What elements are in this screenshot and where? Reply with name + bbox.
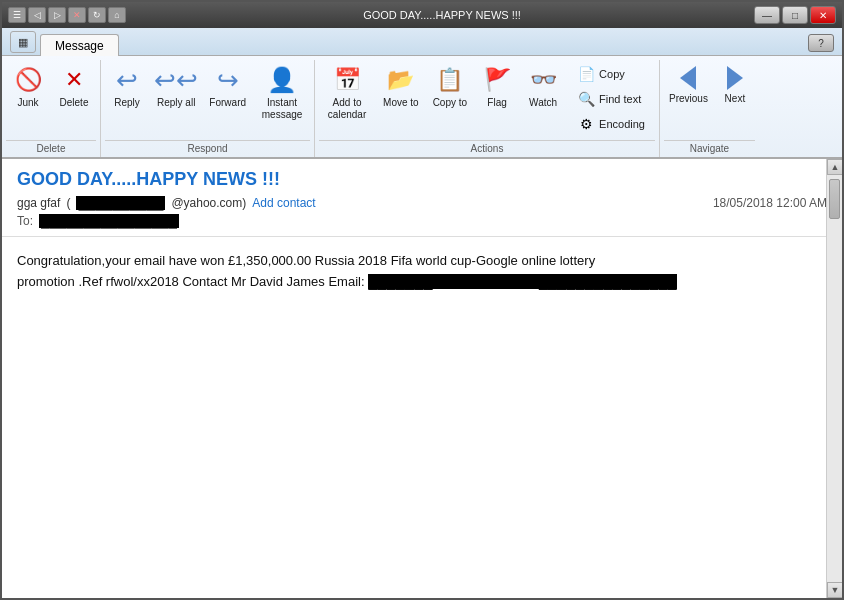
forward-icon: ↪ [212, 64, 244, 96]
ribbon-group-navigate: Previous Next Navigate [660, 60, 759, 157]
navigate-group-label: Navigate [664, 140, 755, 157]
add-to-calendar-label: Add to calendar [325, 97, 369, 121]
back-btn[interactable]: ◁ [28, 7, 46, 23]
email-body: Congratulation,your email have won £1,35… [2, 237, 842, 598]
watch-label: Watch [529, 97, 557, 109]
instant-message-icon: 👤 [266, 64, 298, 96]
delete-group-buttons: 🚫 Junk ✕ Delete [6, 60, 96, 140]
actions-group-label: Actions [319, 140, 655, 157]
encoding-label: Encoding [599, 118, 645, 130]
from-addr-open-paren: ( [66, 196, 70, 210]
find-text-button[interactable]: 🔍 Find text [571, 87, 651, 111]
scroll-up-button[interactable]: ▲ [827, 159, 842, 175]
next-icon [720, 63, 750, 93]
reply-icon: ↩ [111, 64, 143, 96]
home-btn[interactable]: ⌂ [108, 7, 126, 23]
scroll-track [827, 175, 842, 582]
ribbon-group-actions: 📅 Add to calendar 📂 Move to 📋 Copy to 🚩 … [315, 60, 660, 157]
reply-all-icon: ↩↩ [160, 64, 192, 96]
file-tab-icon[interactable]: ▦ [10, 31, 36, 53]
to-label: To: [17, 214, 33, 228]
previous-label: Previous [669, 93, 708, 104]
respond-group-label: Respond [105, 140, 310, 157]
copy-to-icon: 📋 [434, 64, 466, 96]
from-addr-redacted: ██████████ [76, 196, 165, 210]
copy-label: Copy [599, 68, 625, 80]
add-to-calendar-button[interactable]: 📅 Add to calendar [319, 60, 375, 125]
flag-button[interactable]: 🚩 Flag [475, 60, 519, 113]
email-to-row: To: ████████████████ [2, 212, 842, 230]
copy-to-label: Copy to [433, 97, 467, 109]
add-contact-link[interactable]: Add contact [252, 196, 315, 210]
watch-button[interactable]: 👓 Watch [521, 60, 565, 113]
instant-message-label: Instant message [260, 97, 304, 121]
window-title: GOOD DAY.....HAPPY NEWS !!! [134, 9, 750, 21]
junk-label: Junk [17, 97, 38, 109]
minimize-button[interactable]: — [754, 6, 780, 24]
watch-icon: 👓 [527, 64, 559, 96]
copy-icon: 📄 [577, 65, 595, 83]
body-line-1: Congratulation,your email have won £1,35… [17, 251, 827, 272]
ribbon-group-delete: 🚫 Junk ✕ Delete Delete [2, 60, 101, 157]
move-to-icon: 📂 [385, 64, 417, 96]
stop-btn[interactable]: ✕ [68, 7, 86, 23]
app-window: ☰ ◁ ▷ ✕ ↻ ⌂ GOOD DAY.....HAPPY NEWS !!! … [0, 0, 844, 600]
ribbon-group-respond: ↩ Reply ↩↩ Reply all ↪ Forward 👤 Instant… [101, 60, 315, 157]
next-label: Next [725, 93, 746, 104]
to-addr-redacted: ████████████████ [39, 214, 179, 228]
email-from-row: gga gfaf ( ██████████@yahoo.com) Add con… [2, 194, 842, 212]
navigate-group-buttons: Previous Next [664, 60, 755, 140]
next-button[interactable]: Next [715, 60, 755, 107]
encoding-button[interactable]: ⚙ Encoding [571, 112, 651, 136]
from-name: gga gfaf [17, 196, 60, 210]
flag-icon: 🚩 [481, 64, 513, 96]
ribbon: 🚫 Junk ✕ Delete Delete ↩ Reply [2, 56, 842, 159]
close-button[interactable]: ✕ [810, 6, 836, 24]
actions-stack: 📄 Copy 🔍 Find text ⚙ Encoding [567, 60, 655, 138]
delete-label: Delete [60, 97, 89, 109]
move-to-button[interactable]: 📂 Move to [377, 60, 425, 113]
body-redacted-1: ███████@gmail.com..+27- [368, 274, 539, 289]
refresh-btn[interactable]: ↻ [88, 7, 106, 23]
system-menu-btn[interactable]: ☰ [8, 7, 26, 23]
body-redacted-2: ███████████████ [539, 274, 677, 289]
title-bar: ☰ ◁ ▷ ✕ ↻ ⌂ GOOD DAY.....HAPPY NEWS !!! … [2, 2, 842, 28]
forward-button[interactable]: ↪ Forward [203, 60, 252, 113]
from-addr-domain: @yahoo.com) [171, 196, 246, 210]
email-area: GOOD DAY.....HAPPY NEWS !!! gga gfaf ( █… [2, 159, 842, 598]
respond-group-buttons: ↩ Reply ↩↩ Reply all ↪ Forward 👤 Instant… [105, 60, 310, 140]
delete-group-label: Delete [6, 140, 96, 157]
actions-group-buttons: 📅 Add to calendar 📂 Move to 📋 Copy to 🚩 … [319, 60, 655, 140]
help-button[interactable]: ? [808, 34, 834, 52]
copy-to-button[interactable]: 📋 Copy to [427, 60, 473, 113]
copy-button[interactable]: 📄 Copy [571, 62, 651, 86]
find-text-icon: 🔍 [577, 90, 595, 108]
delete-icon: ✕ [58, 64, 90, 96]
scroll-down-button[interactable]: ▼ [827, 582, 842, 598]
ribbon-tabs: ▦ Message ? [2, 28, 842, 56]
encoding-icon: ⚙ [577, 115, 595, 133]
calendar-icon: 📅 [331, 64, 363, 96]
reply-button[interactable]: ↩ Reply [105, 60, 149, 113]
email-date: 18/05/2018 12:00 AM [713, 196, 827, 210]
reply-all-button[interactable]: ↩↩ Reply all [151, 60, 201, 113]
tab-message[interactable]: Message [40, 34, 119, 56]
body-line-2: promotion .Ref rfwol/xx2018 Contact Mr D… [17, 272, 827, 293]
forward-label: Forward [209, 97, 246, 109]
reply-label: Reply [114, 97, 140, 109]
maximize-button[interactable]: □ [782, 6, 808, 24]
junk-icon: 🚫 [12, 64, 44, 96]
scrollbar: ▲ ▼ [826, 159, 842, 598]
body-line2-pre: promotion .Ref rfwol/xx2018 Contact Mr D… [17, 274, 365, 289]
flag-label: Flag [487, 97, 506, 109]
previous-button[interactable]: Previous [664, 60, 713, 107]
delete-button[interactable]: ✕ Delete [52, 60, 96, 113]
forward-btn[interactable]: ▷ [48, 7, 66, 23]
window-controls: — □ ✕ [754, 6, 836, 24]
move-to-label: Move to [383, 97, 419, 109]
find-text-label: Find text [599, 93, 641, 105]
instant-message-button[interactable]: 👤 Instant message [254, 60, 310, 125]
previous-icon [673, 63, 703, 93]
scroll-thumb[interactable] [829, 179, 840, 219]
junk-button[interactable]: 🚫 Junk [6, 60, 50, 113]
